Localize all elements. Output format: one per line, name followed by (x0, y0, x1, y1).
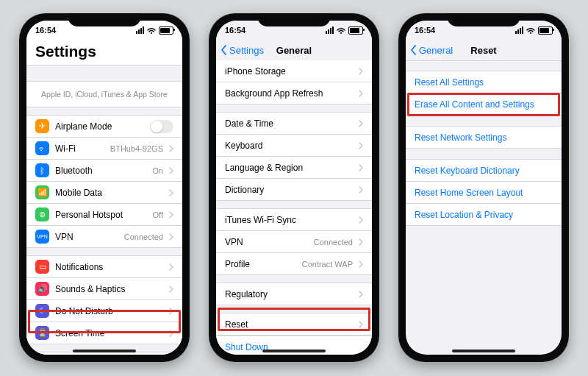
hotspot-icon: ⊚ (35, 207, 49, 221)
row-profile[interactable]: ProfileContract WAP (216, 253, 372, 274)
row-value: Contract WAP (302, 260, 353, 269)
nav-title: General (276, 45, 312, 56)
back-chevron-icon (220, 45, 228, 55)
row-label: Language & Region (225, 163, 353, 173)
back-button[interactable]: Settings (220, 45, 264, 56)
row-label: Reset All Settings (415, 77, 553, 88)
home-indicator[interactable] (452, 350, 515, 352)
chevron-right-icon (359, 321, 363, 328)
row-dictionary[interactable]: Dictionary (216, 179, 372, 200)
status-time: 16:54 (225, 26, 245, 35)
vpn-icon: VPN (35, 230, 49, 244)
row-value: BTHub4-92GS (110, 144, 163, 153)
row-reset-all-settings[interactable]: Reset All Settings (406, 71, 562, 93)
notif-icon: ▭ (35, 260, 49, 274)
row-label: Reset (225, 319, 353, 330)
settings-list[interactable]: Apple ID, iCloud, iTunes & App Store ✈︎A… (26, 81, 182, 355)
row-value: Connected (124, 233, 163, 241)
notch (447, 13, 520, 26)
chevron-right-icon (169, 211, 173, 219)
settings-row-notifications[interactable]: ▭Notifications (26, 256, 182, 278)
chevron-right-icon (169, 285, 173, 293)
chevron-right-icon (359, 90, 363, 97)
row-iphone-storage[interactable]: iPhone Storage (216, 60, 372, 82)
phone-general: 16:54 Settings General iPhone Storage Ba… (209, 13, 379, 362)
row-label: Wi-Fi (55, 143, 104, 154)
row-background-app-refresh[interactable]: Background App Refresh (216, 82, 372, 104)
row-label: Profile (225, 259, 296, 269)
home-indicator[interactable] (262, 350, 326, 352)
page-title: Settings (26, 40, 182, 65)
row-label: Personal Hotspot (55, 210, 147, 220)
row-label: Erase All Content and Settings (415, 99, 553, 110)
row-label: Reset Keyboard Dictionary (415, 166, 553, 176)
row-label: Mobile Data (55, 188, 163, 198)
chevron-right-icon (169, 233, 173, 241)
general-list[interactable]: iPhone Storage Background App Refresh Da… (216, 60, 372, 355)
row-label: VPN (55, 232, 118, 242)
chevron-right-icon (169, 167, 173, 174)
row-label: Notifications (55, 262, 163, 272)
cellular-icon (515, 26, 523, 34)
row-itunes-wi-fi-sync[interactable]: iTunes Wi-Fi Sync (216, 209, 372, 231)
row-label: iPhone Storage (225, 66, 353, 77)
back-chevron-icon (410, 45, 417, 55)
chevron-right-icon (359, 260, 363, 268)
chevron-right-icon (359, 291, 363, 298)
row-reset-network-settings[interactable]: Reset Network Settings (406, 127, 562, 148)
row-vpn[interactable]: VPNConnected (216, 231, 372, 253)
chevron-right-icon (169, 189, 173, 196)
row-regulatory[interactable]: Regulatory (216, 283, 372, 305)
wifi-icon (337, 27, 345, 34)
bt-icon: ᛒ (35, 163, 49, 177)
sound-icon: 🔊 (35, 282, 49, 296)
wifi-icon (147, 27, 156, 34)
battery-icon (538, 26, 553, 35)
wifi-icon: ᯤ (35, 141, 49, 155)
settings-row-screen-time[interactable]: ⏳Screen Time (26, 322, 182, 344)
row-label: Sounds & Haptics (55, 284, 163, 294)
row-reset[interactable]: Reset (216, 313, 372, 335)
row-label: Screen Time (55, 328, 163, 338)
nav-bar: General Reset (406, 40, 562, 61)
settings-row-airplane-mode[interactable]: ✈︎Airplane Mode (26, 116, 182, 138)
back-label: General (419, 45, 453, 56)
notch (68, 13, 141, 26)
row-language-region[interactable]: Language & Region (216, 157, 372, 179)
chevron-right-icon (359, 238, 363, 246)
chevron-right-icon (359, 164, 363, 171)
battery-icon (159, 26, 173, 35)
back-button[interactable]: General (410, 45, 453, 56)
row-keyboard[interactable]: Keyboard (216, 135, 372, 157)
settings-row-sounds-haptics[interactable]: 🔊Sounds & Haptics (26, 278, 182, 300)
settings-row-wi-fi[interactable]: ᯤWi-FiBTHub4-92GS (26, 138, 182, 160)
row-reset-location-privacy[interactable]: Reset Location & Privacy (406, 204, 562, 225)
row-label: Keyboard (225, 141, 353, 151)
timer-icon: ⏳ (35, 326, 49, 340)
row-label: Airplane Mode (55, 121, 144, 132)
row-label: VPN (225, 237, 308, 247)
home-indicator[interactable] (73, 350, 136, 352)
status-time: 16:54 (35, 26, 56, 35)
row-erase-all-content-and-settings[interactable]: Erase All Content and Settings (406, 93, 562, 115)
toggle[interactable] (150, 120, 173, 133)
settings-row-general[interactable]: ⚙︎General (26, 352, 182, 355)
apple-id-row[interactable]: Apple ID, iCloud, iTunes & App Store (26, 82, 182, 107)
row-date-time[interactable]: Date & Time (216, 113, 372, 135)
airplane-icon: ✈︎ (35, 119, 49, 133)
row-label: Reset Network Settings (415, 132, 553, 143)
reset-list[interactable]: Reset All Settings Erase All Content and… (406, 60, 562, 355)
settings-row-mobile-data[interactable]: 📶Mobile Data (26, 182, 182, 204)
settings-row-do-not-disturb[interactable]: ☾Do Not Disturb (26, 300, 182, 322)
settings-row-bluetooth[interactable]: ᛒBluetoothOn (26, 160, 182, 182)
settings-row-personal-hotspot[interactable]: ⊚Personal HotspotOff (26, 204, 182, 226)
cell-icon: 📶 (35, 185, 49, 199)
settings-row-vpn[interactable]: VPNVPNConnected (26, 226, 182, 247)
row-label: iTunes Wi-Fi Sync (225, 215, 353, 225)
row-reset-keyboard-dictionary[interactable]: Reset Keyboard Dictionary (406, 160, 562, 182)
back-label: Settings (229, 45, 264, 56)
row-label: Do Not Disturb (55, 306, 163, 316)
phone-reset: 16:54 General Reset Reset All Settings E… (398, 13, 569, 362)
row-label: Reset Home Screen Layout (415, 188, 553, 198)
row-reset-home-screen-layout[interactable]: Reset Home Screen Layout (406, 182, 562, 204)
